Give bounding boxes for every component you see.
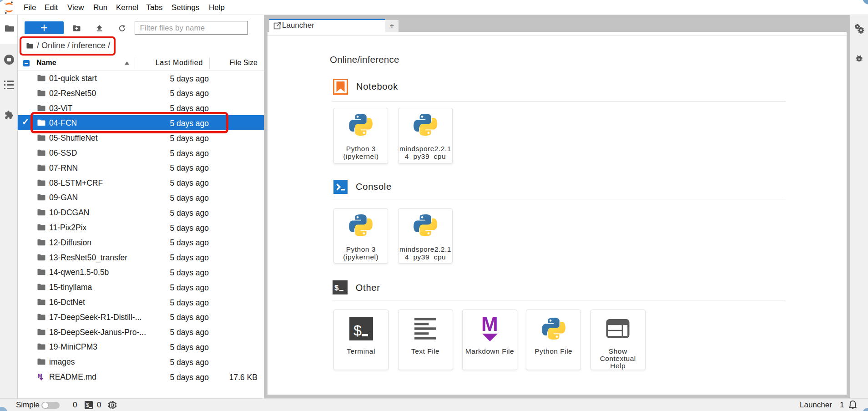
svg-text:M: M [481,315,498,335]
svg-text:$: $ [353,322,362,339]
svg-text:$: $ [334,284,339,292]
